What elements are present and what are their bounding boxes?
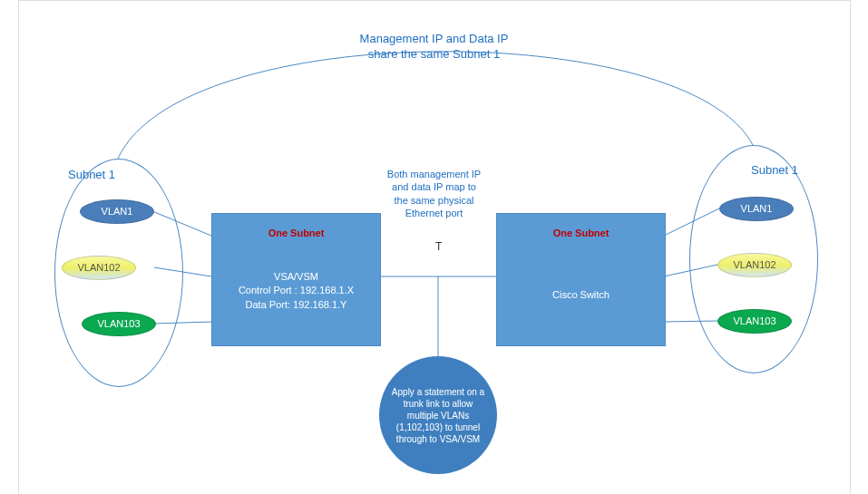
right-vlan-102: VLAN102 xyxy=(717,253,792,277)
left-vlan-102: VLAN102 xyxy=(62,256,136,280)
cisco-switch-box: One Subnet Cisco Switch xyxy=(496,213,666,346)
vsa-vsm-line3: Data Port: 192.168.1.Y xyxy=(246,299,347,310)
trunk-t-label: T xyxy=(435,240,442,253)
diagram-stage: Management IP and Data IP share the same… xyxy=(0,0,868,494)
diagram-title-line1: Management IP and Data IP xyxy=(360,32,509,45)
page-border-right xyxy=(850,0,851,494)
trunk-note-text: Apply a statement on a trunk link to all… xyxy=(390,386,486,445)
vsa-vsm-line2: Control Port : 192.168.1.X xyxy=(239,285,354,295)
mid-line4: Ethernet port xyxy=(405,208,463,218)
vsa-vsm-box-head: One Subnet xyxy=(212,228,380,238)
page-border-left xyxy=(18,0,19,494)
left-vlan-103: VLAN103 xyxy=(82,312,156,336)
right-vlan-103: VLAN103 xyxy=(717,309,792,334)
diagram-title-line2: share the same Subnet 1 xyxy=(368,47,500,61)
page-border-top xyxy=(18,0,850,1)
cisco-switch-line1: Cisco Switch xyxy=(552,289,610,300)
vsa-vsm-box: One Subnet VSA/VSM Control Port : 192.16… xyxy=(211,213,381,346)
mid-line2: and data IP map to xyxy=(392,181,476,192)
vsa-vsm-line1: VSA/VSM xyxy=(274,271,318,282)
mid-line1: Both management IP xyxy=(387,169,481,179)
left-subnet-label: Subnet 1 xyxy=(68,168,115,181)
right-subnet-label: Subnet 1 xyxy=(751,163,798,177)
diagram-title: Management IP and Data IP share the same… xyxy=(0,32,868,63)
cisco-switch-box-head: One Subnet xyxy=(497,228,665,238)
mid-line3: the same physical xyxy=(394,195,473,206)
cisco-switch-box-body: Cisco Switch xyxy=(497,288,665,302)
right-vlan-1: VLAN1 xyxy=(719,197,794,221)
vsa-vsm-box-body: VSA/VSM Control Port : 192.168.1.X Data … xyxy=(212,270,380,312)
left-vlan-1: VLAN1 xyxy=(80,199,154,224)
trunk-note-circle: Apply a statement on a trunk link to all… xyxy=(379,356,497,474)
